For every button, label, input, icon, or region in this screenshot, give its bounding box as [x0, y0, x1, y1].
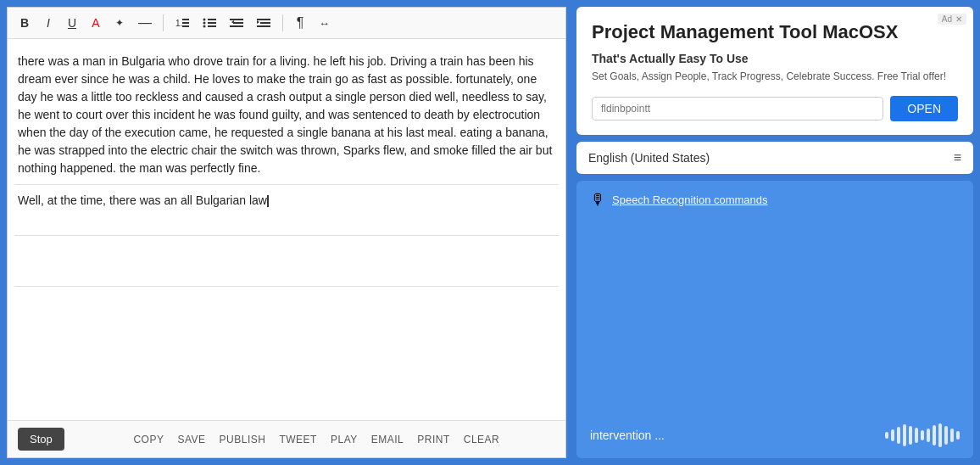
paragraph-button[interactable]: ¶ — [290, 13, 310, 33]
underline-button[interactable]: U — [62, 13, 82, 33]
speech-box: 🎙 Speech Recognition commands interventi… — [576, 181, 973, 458]
copy-button[interactable]: COPY — [133, 434, 164, 445]
svg-point-4 — [203, 19, 206, 21]
speech-commands-row: 🎙 Speech Recognition commands — [590, 191, 960, 209]
font-color-button[interactable]: A — [86, 13, 106, 33]
outdent-button[interactable] — [225, 13, 248, 33]
svg-marker-17 — [257, 20, 259, 24]
paragraph-2[interactable]: Well, at the time, there was an all Bulg… — [14, 185, 559, 236]
print-button[interactable]: PRINT — [417, 434, 450, 445]
ad-subtitle: That's Actually Easy To Use — [592, 52, 958, 65]
wave-bar-12 — [950, 429, 954, 442]
language-text: English (United States) — [588, 151, 710, 165]
svg-text:1.: 1. — [175, 19, 182, 28]
wave-bar-13 — [956, 431, 960, 440]
wave-bar-7 — [921, 430, 924, 440]
svg-rect-16 — [257, 25, 270, 27]
svg-rect-11 — [233, 22, 243, 24]
editor-toolbar: B I U A ✦ — 1. — [8, 8, 565, 39]
svg-rect-10 — [230, 19, 243, 20]
svg-rect-3 — [182, 25, 189, 27]
save-button[interactable]: SAVE — [177, 434, 205, 445]
bottom-bar: Stop COPY SAVE PUBLISH TWEET PLAY EMAIL … — [8, 420, 565, 457]
toolbar-separator-2 — [282, 14, 283, 31]
play-button[interactable]: PLAY — [331, 434, 358, 445]
text-cursor — [267, 195, 269, 207]
paragraph-1[interactable]: there was a man in Bulgaria who drove tr… — [14, 46, 559, 185]
svg-rect-7 — [208, 19, 216, 20]
toolbar-separator-1 — [163, 14, 164, 31]
paragraph-4[interactable] — [14, 287, 559, 338]
email-button[interactable]: EMAIL — [371, 434, 404, 445]
wave-bar-8 — [927, 429, 930, 442]
speech-commands-link[interactable]: Speech Recognition commands — [612, 193, 768, 206]
editor-content[interactable]: there was a man in Bulgaria who drove tr… — [8, 39, 565, 420]
paragraph-1-text: there was a man in Bulgaria who drove tr… — [18, 54, 552, 175]
stop-button[interactable]: Stop — [18, 428, 64, 451]
tweet-button[interactable]: TWEET — [279, 434, 317, 445]
ad-bottom: OPEN — [592, 96, 958, 121]
svg-rect-12 — [230, 25, 243, 27]
ordered-list-button[interactable]: 1. — [170, 13, 194, 33]
svg-rect-14 — [257, 19, 270, 20]
audio-wave — [885, 423, 960, 448]
speech-bottom: intervention ... — [590, 423, 960, 448]
svg-point-6 — [203, 25, 206, 28]
fullscreen-button[interactable]: ↔ — [314, 13, 335, 33]
paragraph-2-text: Well, at the time, there was an all Bulg… — [18, 193, 267, 207]
publish-button[interactable]: PUBLISH — [220, 434, 266, 445]
svg-rect-8 — [208, 22, 216, 24]
unordered-list-button[interactable] — [198, 13, 221, 33]
language-selector[interactable]: English (United States) ≡ — [576, 142, 973, 174]
speech-current-text: intervention ... — [590, 429, 665, 442]
italic-button[interactable]: I — [38, 13, 58, 33]
action-links: COPY SAVE PUBLISH TWEET PLAY EMAIL PRINT… — [78, 434, 555, 445]
wave-bar-10 — [938, 423, 942, 447]
ad-title: Project Management Tool MacOSX — [592, 20, 958, 45]
ad-box: Ad ✕ Project Management Tool MacOSX That… — [576, 7, 973, 135]
svg-rect-9 — [208, 25, 216, 27]
svg-point-5 — [203, 22, 206, 25]
wave-bar-9 — [933, 425, 936, 445]
wave-bar-1 — [885, 432, 888, 439]
ad-open-button[interactable]: OPEN — [890, 96, 958, 121]
ad-label: Ad ✕ — [938, 14, 966, 25]
ad-url-input[interactable] — [592, 97, 883, 120]
editor-panel: B I U A ✦ — 1. — [7, 7, 566, 458]
svg-rect-2 — [182, 22, 189, 24]
highlight-button[interactable]: ✦ — [109, 13, 130, 33]
wave-bar-11 — [944, 426, 948, 445]
indent-button[interactable] — [252, 13, 276, 33]
language-menu-icon[interactable]: ≡ — [954, 150, 961, 165]
wave-bar-5 — [909, 426, 912, 445]
paragraph-3[interactable] — [14, 236, 559, 287]
svg-rect-1 — [182, 19, 189, 20]
wave-bar-2 — [891, 429, 894, 441]
clear-button[interactable]: CLEAR — [464, 434, 500, 445]
ad-close-icon[interactable]: ✕ — [955, 14, 962, 24]
bold-button[interactable]: B — [14, 13, 35, 33]
svg-marker-13 — [231, 20, 234, 24]
svg-rect-15 — [260, 22, 270, 24]
right-panel: Ad ✕ Project Management Tool MacOSX That… — [566, 0, 980, 465]
horizontal-rule-button[interactable]: — — [133, 13, 156, 33]
microphone-emoji: 🎙 — [590, 191, 605, 209]
ad-description: Set Goals, Assign People, Track Progress… — [592, 69, 958, 84]
wave-bar-3 — [897, 427, 900, 444]
wave-bar-6 — [915, 428, 918, 443]
wave-bar-4 — [903, 424, 906, 446]
